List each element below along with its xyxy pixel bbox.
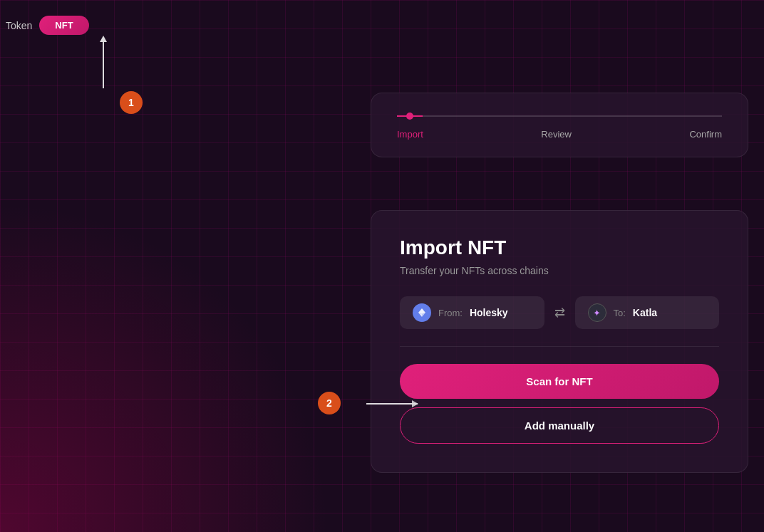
swap-icon[interactable]: ⇄ bbox=[554, 305, 565, 320]
progress-bar bbox=[397, 113, 722, 119]
to-label: To: bbox=[614, 308, 626, 318]
add-manually-button[interactable]: Add manually bbox=[400, 407, 719, 444]
annotation-2: 2 bbox=[318, 392, 341, 414]
arrow-1-line bbox=[103, 42, 104, 88]
progress-dot bbox=[406, 113, 413, 120]
arrow-2 bbox=[366, 403, 418, 405]
arrow-2-head bbox=[412, 400, 418, 407]
step-import: Import bbox=[397, 129, 423, 140]
eth-icon bbox=[413, 303, 431, 322]
progress-steps: Import Review Confirm bbox=[397, 129, 722, 140]
annotation-1: 1 bbox=[120, 91, 143, 114]
step-confirm: Confirm bbox=[689, 129, 722, 140]
katla-symbol: ✦ bbox=[593, 308, 601, 318]
token-label: Token bbox=[6, 20, 32, 31]
to-chain-badge[interactable]: ✦ To: Katla bbox=[575, 296, 720, 329]
arrow-2-line bbox=[366, 403, 418, 405]
token-nft-toggle: Token NFT bbox=[6, 16, 89, 35]
scan-nft-button[interactable]: Scan for NFT bbox=[400, 364, 719, 399]
progress-track bbox=[397, 115, 722, 117]
import-title: Import NFT bbox=[400, 236, 719, 259]
katla-icon: ✦ bbox=[588, 303, 606, 322]
import-subtitle: Transfer your NFTs across chains bbox=[400, 265, 719, 276]
from-chain-badge[interactable]: From: Holesky bbox=[400, 296, 544, 329]
from-label: From: bbox=[438, 308, 463, 318]
from-chain-name: Holesky bbox=[470, 307, 508, 318]
arrow-1-head bbox=[100, 36, 107, 42]
step-review: Review bbox=[541, 129, 572, 140]
divider bbox=[400, 346, 719, 347]
progress-card: Import Review Confirm bbox=[371, 93, 748, 157]
chain-selector-row: From: Holesky ⇄ ✦ To: Katla bbox=[400, 296, 719, 329]
arrow-1 bbox=[103, 36, 104, 89]
import-nft-card: Import NFT Transfer your NFTs across cha… bbox=[371, 210, 748, 473]
nft-button[interactable]: NFT bbox=[39, 16, 88, 35]
to-chain-name: Katla bbox=[633, 307, 657, 318]
